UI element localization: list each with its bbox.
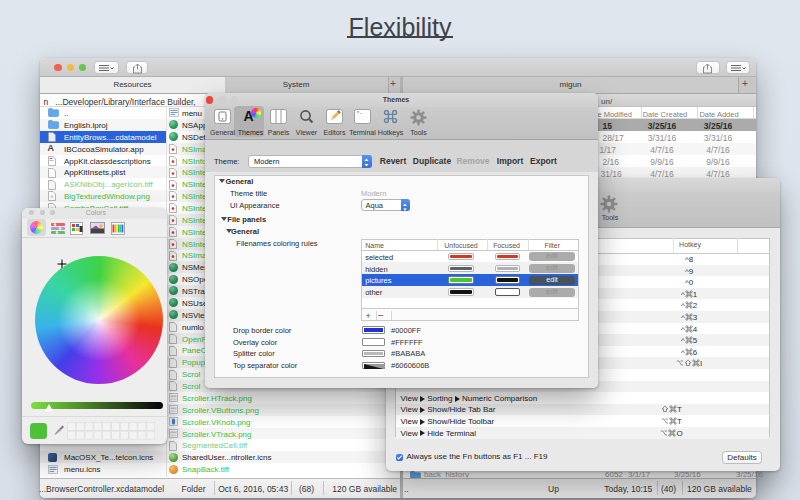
svg-text:*-: *- (357, 111, 363, 117)
